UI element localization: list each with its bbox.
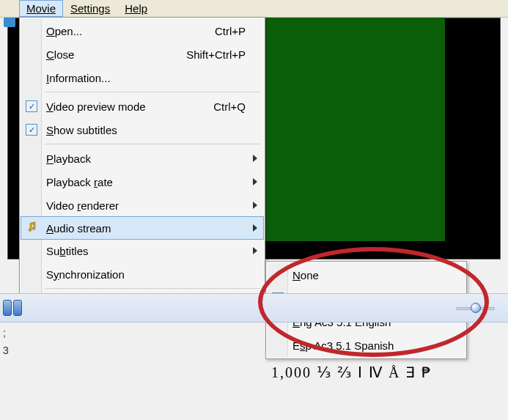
- video-preview: [265, 18, 445, 241]
- movie-menu-item-separator: [45, 92, 260, 92]
- movie-menu-item-playback-rate[interactable]: Playback rate: [21, 170, 263, 194]
- movie-menu-item-separator: [45, 288, 260, 289]
- seek-thumb[interactable]: [471, 303, 481, 313]
- movie-menu-item-show-subtitles[interactable]: ✓Show subtitles: [21, 118, 263, 141]
- chevron-right-icon: [253, 247, 257, 254]
- checkmark-icon: ✓: [26, 124, 37, 136]
- app-icon: [4, 17, 15, 27]
- menu-item-label: Audio stream: [46, 222, 246, 235]
- audio-stream-item-esp-ac3-5-1-spanish[interactable]: Esp Ac3 5.1 Spanish: [268, 334, 465, 357]
- movie-menu-item-close[interactable]: CloseShift+Ctrl+P: [21, 43, 263, 66]
- menubar-item-movie[interactable]: Movie: [19, 0, 63, 17]
- audio-icon: [26, 222, 37, 235]
- movie-menu: Open...Ctrl+PCloseShift+Ctrl+PInformatio…: [19, 17, 265, 317]
- movie-menu-item-audio-stream[interactable]: Audio stream: [21, 216, 264, 240]
- menu-item-label: Information...: [46, 72, 246, 84]
- menu-item-shortcut: Ctrl+Q: [213, 100, 246, 113]
- menubar-item-help[interactable]: Help: [117, 0, 155, 17]
- left-fragments: ; 3: [3, 324, 9, 359]
- menubar-item-settings[interactable]: Settings: [63, 0, 117, 17]
- menu-item-shortcut: Shift+Ctrl+P: [186, 48, 246, 61]
- movie-menu-item-video-preview-mode[interactable]: ✓Video preview modeCtrl+Q: [21, 95, 263, 118]
- chevron-right-icon: [253, 202, 257, 209]
- movie-menu-item-open[interactable]: Open...Ctrl+P: [21, 19, 263, 43]
- menubar: Movie Settings Help: [0, 0, 508, 18]
- playback-controls[interactable]: [3, 300, 22, 316]
- menu-item-label: Open...: [46, 25, 200, 37]
- menu-item-label: Video preview mode: [46, 100, 199, 113]
- menu-item-label: Playback rate: [46, 176, 246, 188]
- menu-item-label: None: [292, 269, 447, 281]
- movie-menu-item-playback[interactable]: Playback: [21, 147, 263, 170]
- menu-item-shortcut: Ctrl+P: [215, 25, 246, 37]
- menu-item-label: Subtitles: [46, 245, 246, 257]
- menu-item-label: Show subtitles: [46, 124, 246, 136]
- menu-item-label: Synchronization: [46, 268, 246, 281]
- movie-menu-item-synchronization[interactable]: Synchronization: [21, 262, 263, 286]
- movie-menu-item-information[interactable]: Information...: [21, 66, 263, 89]
- character-sample-text: 1,000 ⅓ ⅔ Ⅰ Ⅳ Å ∃ ₱: [271, 364, 432, 381]
- movie-menu-item-video-renderer[interactable]: Video renderer: [21, 194, 263, 217]
- chevron-right-icon: [253, 224, 257, 232]
- checkmark-icon: ✓: [26, 100, 37, 112]
- menu-item-label: Playback: [46, 152, 246, 165]
- timeline-bar: [0, 293, 508, 323]
- menu-item-label: Close: [46, 48, 172, 61]
- movie-menu-item-subtitles[interactable]: Subtitles: [21, 239, 263, 262]
- music-note-icon: [26, 222, 37, 232]
- chevron-right-icon: [253, 178, 257, 185]
- menu-item-label: Esp Ac3 5.1 Spanish: [292, 339, 447, 352]
- chevron-right-icon: [253, 155, 257, 162]
- audio-stream-item-none[interactable]: None: [268, 263, 465, 287]
- movie-menu-item-separator: [45, 144, 260, 144]
- menu-item-label: Video renderer: [46, 199, 246, 212]
